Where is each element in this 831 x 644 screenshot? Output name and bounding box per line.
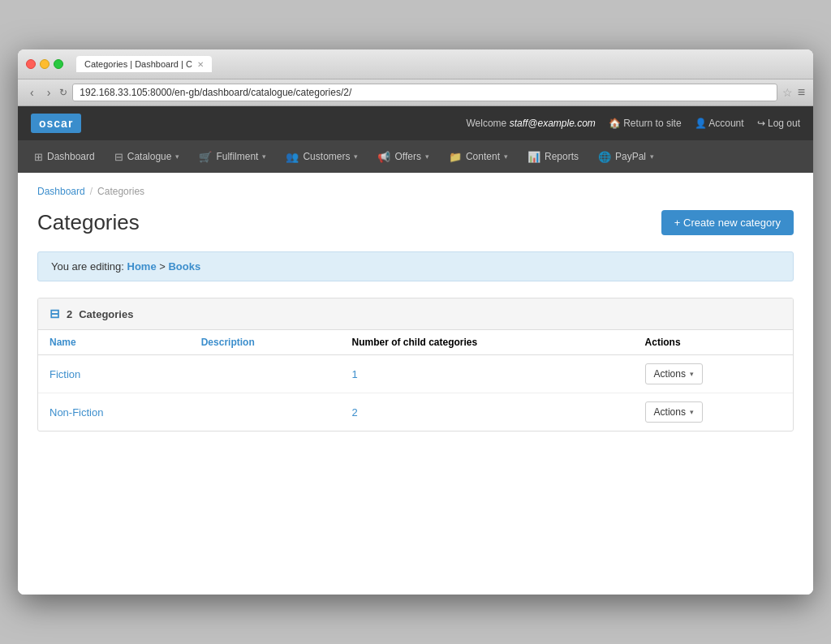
breadcrumb: Dashboard / Categories bbox=[37, 186, 794, 197]
catalogue-icon: ⊟ bbox=[114, 151, 123, 163]
logo: oscar bbox=[31, 114, 81, 133]
browser-tab[interactable]: Categories | Dashboard | C ✕ bbox=[76, 56, 212, 72]
nav-item-fulfilment[interactable]: 🛒 Fulfilment ▾ bbox=[189, 140, 276, 173]
browser-window: Categories | Dashboard | C ✕ ‹ › ↻ 192.1… bbox=[18, 49, 813, 595]
col-description: Description bbox=[190, 330, 341, 355]
content-dropdown-icon: ▾ bbox=[504, 152, 508, 161]
row-1-name-link[interactable]: Fiction bbox=[50, 368, 80, 380]
user-email: staff@example.com bbox=[510, 118, 596, 129]
top-nav-right: Welcome staff@example.com 🏠 Return to si… bbox=[467, 118, 801, 129]
page-header: Categories + Create new category bbox=[37, 210, 794, 235]
page-title: Categories bbox=[37, 210, 140, 235]
return-to-site-link[interactable]: 🏠 Return to site bbox=[609, 118, 682, 129]
row-1-child-count-link[interactable]: 1 bbox=[352, 368, 358, 380]
table-header-label: Categories bbox=[79, 308, 133, 320]
close-button[interactable] bbox=[26, 59, 36, 69]
refresh-button[interactable]: ↻ bbox=[59, 87, 67, 98]
nav-item-paypal[interactable]: 🌐 PayPal ▾ bbox=[588, 140, 664, 173]
fulfilment-icon: 🛒 bbox=[199, 151, 212, 163]
col-actions: Actions bbox=[634, 330, 793, 355]
row-2-actions-button[interactable]: Actions ▾ bbox=[645, 401, 703, 423]
fulfilment-dropdown-icon: ▾ bbox=[262, 152, 266, 161]
minimize-button[interactable] bbox=[40, 59, 50, 69]
bookmark-icon[interactable]: ☆ bbox=[782, 86, 793, 99]
breadcrumb-separator: / bbox=[90, 186, 93, 197]
app-content: oscar Welcome staff@example.com 🏠 Return… bbox=[18, 106, 813, 595]
nav-item-reports[interactable]: 📊 Reports bbox=[518, 140, 588, 173]
browser-titlebar: Categories | Dashboard | C ✕ bbox=[18, 49, 813, 79]
categories-table: Name Description Number of child categor… bbox=[38, 330, 793, 431]
forward-button[interactable]: › bbox=[43, 84, 55, 101]
breadcrumb-dashboard[interactable]: Dashboard bbox=[37, 186, 85, 197]
row-1-name: Fiction bbox=[38, 355, 190, 393]
col-name-link[interactable]: Name bbox=[50, 337, 76, 348]
content-icon: 📁 bbox=[449, 151, 462, 163]
table-row: Non-Fiction 2 Actions ▾ bbox=[38, 393, 793, 431]
customers-icon: 👥 bbox=[286, 151, 299, 163]
categories-table-section: ⊟ 2 Categories Name Description bbox=[37, 298, 794, 431]
top-navbar: oscar Welcome staff@example.com 🏠 Return… bbox=[18, 106, 813, 140]
info-box-separator: > bbox=[157, 260, 169, 273]
maximize-button[interactable] bbox=[54, 59, 63, 69]
row-2-child-count: 2 bbox=[341, 393, 634, 431]
main-navbar: ⊞ Dashboard ⊟ Catalogue ▾ 🛒 Fulfilment ▾… bbox=[18, 140, 813, 173]
info-box-home-link[interactable]: Home bbox=[127, 260, 157, 273]
home-icon: 🏠 bbox=[609, 118, 621, 129]
table-header: ⊟ 2 Categories bbox=[38, 298, 793, 330]
address-bar[interactable]: 192.168.33.105:8000/en-gb/dashboard/cata… bbox=[72, 84, 777, 101]
row-2-name: Non-Fiction bbox=[38, 393, 190, 431]
row-2-name-link[interactable]: Non-Fiction bbox=[50, 406, 103, 419]
info-box: You are editing: Home > Books bbox=[37, 251, 794, 281]
traffic-lights bbox=[26, 59, 63, 69]
row-2-child-count-link[interactable]: 2 bbox=[352, 406, 358, 419]
tab-title: Categories | Dashboard | C bbox=[84, 59, 192, 69]
row-1-description bbox=[190, 355, 341, 393]
info-box-text: You are editing: bbox=[51, 260, 124, 273]
row-1-actions-dropdown-icon: ▾ bbox=[690, 370, 694, 378]
offers-icon: 📢 bbox=[377, 151, 390, 163]
offers-dropdown-icon: ▾ bbox=[425, 152, 429, 161]
back-button[interactable]: ‹ bbox=[26, 84, 38, 101]
table-header-icon: ⊟ bbox=[50, 307, 60, 321]
welcome-text: Welcome staff@example.com bbox=[467, 118, 596, 129]
nav-item-content[interactable]: 📁 Content ▾ bbox=[439, 140, 518, 173]
customers-dropdown-icon: ▾ bbox=[354, 152, 358, 161]
account-link[interactable]: 👤 Account bbox=[695, 118, 744, 129]
catalogue-dropdown-icon: ▾ bbox=[175, 152, 179, 161]
row-2-actions-cell: Actions ▾ bbox=[634, 393, 793, 431]
table-count: 2 bbox=[67, 308, 72, 320]
col-name: Name bbox=[38, 330, 190, 355]
paypal-dropdown-icon: ▾ bbox=[650, 152, 654, 161]
tab-close-icon[interactable]: ✕ bbox=[197, 60, 204, 69]
paypal-icon: 🌐 bbox=[598, 151, 611, 163]
col-description-link[interactable]: Description bbox=[201, 337, 255, 348]
create-category-button[interactable]: + Create new category bbox=[661, 210, 794, 235]
page-content: Dashboard / Categories Categories + Crea… bbox=[18, 173, 813, 595]
col-child-count: Number of child categories bbox=[341, 330, 634, 355]
row-1-actions-button[interactable]: Actions ▾ bbox=[645, 363, 703, 384]
row-1-child-count: 1 bbox=[341, 355, 634, 393]
account-icon: 👤 bbox=[695, 118, 707, 129]
browser-toolbar: ‹ › ↻ 192.168.33.105:8000/en-gb/dashboar… bbox=[18, 79, 813, 106]
nav-item-catalogue[interactable]: ⊟ Catalogue ▾ bbox=[105, 140, 190, 173]
table-row: Fiction 1 Actions ▾ bbox=[38, 355, 793, 393]
nav-item-offers[interactable]: 📢 Offers ▾ bbox=[368, 140, 438, 173]
nav-item-dashboard[interactable]: ⊞ Dashboard bbox=[24, 140, 105, 173]
dashboard-icon: ⊞ bbox=[34, 151, 43, 163]
info-box-item-link[interactable]: Books bbox=[168, 260, 200, 273]
row-2-description bbox=[190, 393, 341, 431]
row-1-actions-cell: Actions ▾ bbox=[634, 355, 793, 393]
reports-icon: 📊 bbox=[527, 151, 540, 163]
breadcrumb-current: Categories bbox=[97, 186, 144, 197]
logout-link[interactable]: ↪ Log out bbox=[757, 118, 800, 129]
row-2-actions-dropdown-icon: ▾ bbox=[690, 408, 694, 416]
nav-item-customers[interactable]: 👥 Customers ▾ bbox=[276, 140, 368, 173]
logout-icon: ↪ bbox=[757, 118, 765, 129]
browser-menu-icon[interactable]: ≡ bbox=[798, 85, 805, 100]
address-text: 192.168.33.105:8000/en-gb/dashboard/cata… bbox=[80, 87, 351, 98]
table-header-row: Name Description Number of child categor… bbox=[38, 330, 793, 355]
